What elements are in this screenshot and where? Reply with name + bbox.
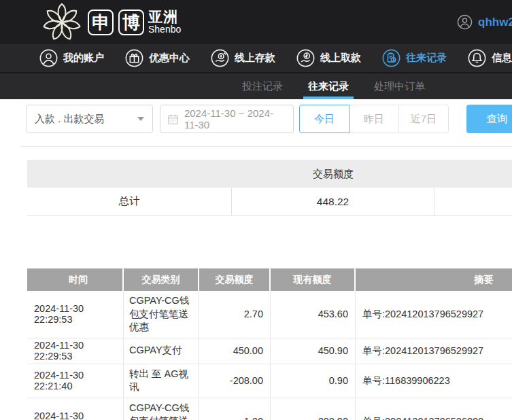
user-account-area[interactable]: qhhw2 xyxy=(457,0,512,44)
yesterday-button[interactable]: 昨日 xyxy=(349,105,399,133)
gift-icon xyxy=(125,49,143,67)
nav-label: 优惠中心 xyxy=(149,52,190,65)
transaction-type-dropdown[interactable]: 入款 . 出款交易 xyxy=(26,105,153,133)
nav-label: 我的账户 xyxy=(63,52,104,65)
nav-item-my-account[interactable]: 我的账户 xyxy=(39,49,104,67)
summary-table: 交易额度 总计 448.22 xyxy=(27,160,512,216)
user-icon xyxy=(39,49,58,67)
transactions-table: 时间 交易类别 交易额度 现有额度 摘要 2024-11-30 22:29:53… xyxy=(27,268,512,420)
filter-toolbar: 入款 . 出款交易 2024-11-30 ~ 2024-11-30 今日 昨日 … xyxy=(0,99,512,146)
quick-date-buttons: 今日 昨日 近7日 xyxy=(299,105,449,133)
table-row: 2024-11-30 22:29:53 CGPAY-CG钱包支付笔笔送优惠 2.… xyxy=(27,291,512,338)
table-header-row: 时间 交易类别 交易额度 现有额度 摘要 xyxy=(27,268,512,291)
last7days-button[interactable]: 近7日 xyxy=(398,105,449,133)
today-button[interactable]: 今日 xyxy=(299,105,349,133)
column-header-balance: 现有额度 xyxy=(271,268,356,291)
tab-pending-orders[interactable]: 处理中订单 xyxy=(374,73,425,99)
cell-amount: -208.00 xyxy=(199,364,271,398)
cell-amount: 1.20 xyxy=(199,398,271,420)
nav-item-promotions[interactable]: 优惠中心 xyxy=(125,49,190,67)
column-header-memo: 摘要 xyxy=(356,268,512,291)
nav-item-transaction-records[interactable]: 往来记录 xyxy=(382,49,447,67)
summary-table-header: 交易额度 xyxy=(27,160,512,188)
cell-time: 2024-11-30 22:21:40 xyxy=(27,364,124,398)
logo-region-text: 亚洲 xyxy=(148,10,181,24)
avatar-icon xyxy=(457,14,473,30)
summary-table-row: 总计 448.22 xyxy=(27,188,512,216)
cell-balance: 450.90 xyxy=(271,338,356,364)
cell-time: 2024-11-30 22:21:31 xyxy=(27,398,124,420)
cell-time: 2024-11-30 22:29:53 xyxy=(27,291,124,338)
bell-icon xyxy=(468,49,486,67)
logo-char-bo: 博 xyxy=(118,10,144,35)
records-icon xyxy=(382,49,400,67)
nav-item-withdraw[interactable]: 线上取款 xyxy=(296,49,361,67)
section-divider xyxy=(20,146,512,147)
cell-time: 2024-11-30 22:29:53 xyxy=(27,338,124,364)
date-range-picker[interactable]: 2024-11-30 ~ 2024-11-30 xyxy=(160,105,294,133)
nav-label: 线上取款 xyxy=(320,52,361,65)
table-row: 2024-11-30 22:29:53 CGPAY支付 450.00 450.9… xyxy=(27,338,512,364)
logo-wordmark: 亚洲 Shenbo xyxy=(148,10,181,35)
cell-balance: 453.60 xyxy=(271,291,356,338)
search-button[interactable]: 查询 xyxy=(466,105,512,133)
table-row: 2024-11-30 22:21:31 CGPAY-CG钱包支付笔笔送优惠 1.… xyxy=(27,398,512,420)
cell-memo: 单号:116839906223 xyxy=(356,364,512,398)
date-range-value: 2024-11-30 ~ 2024-11-30 xyxy=(184,107,286,130)
cell-memo: 单号:202412013796526008 xyxy=(356,398,512,420)
nav-item-deposit[interactable]: 线上存款 xyxy=(211,49,275,67)
cell-memo: 单号:202412013796529927 xyxy=(356,338,512,364)
chevron-down-icon xyxy=(137,117,144,121)
tab-betting-records[interactable]: 投注记录 xyxy=(242,73,283,99)
main-navigation: 我的账户 优惠中心 线上存款 xyxy=(0,44,512,73)
page: 申 博 亚洲 Shenbo qhhw2 我的账户 xyxy=(0,0,512,420)
flower-logo-icon xyxy=(41,1,83,43)
cell-amount: 2.70 xyxy=(199,291,271,338)
withdraw-icon xyxy=(296,49,315,67)
cell-type: CGPAY-CG钱包支付笔笔送优惠 xyxy=(124,291,199,338)
summary-amount-header: 交易额度 xyxy=(232,160,434,188)
nav-label: 往来记录 xyxy=(406,52,447,65)
cell-type: CGPAY-CG钱包支付笔笔送优惠 xyxy=(124,398,199,420)
top-header-bar: 申 博 亚洲 Shenbo qhhw2 xyxy=(0,0,512,44)
nav-item-messages[interactable]: 信息 xyxy=(468,49,512,67)
cell-amount: 450.00 xyxy=(199,338,271,364)
cell-memo: 单号:202412013796529927 xyxy=(356,291,512,338)
record-tabs-bar: 投注记录 往来记录 处理中订单 xyxy=(0,73,512,99)
nav-label: 信息 xyxy=(492,52,512,65)
cell-type: 转出 至 AG视讯 xyxy=(124,364,199,398)
cell-type: CGPAY支付 xyxy=(124,338,199,364)
summary-total-label: 总计 xyxy=(27,188,232,215)
table-row: 2024-11-30 22:21:40 转出 至 AG视讯 -208.00 0.… xyxy=(27,364,512,398)
deposit-icon xyxy=(211,49,229,67)
tab-transaction-records[interactable]: 往来记录 xyxy=(308,73,349,99)
column-header-type: 交易类别 xyxy=(124,268,199,291)
nav-label: 线上存款 xyxy=(235,52,275,65)
logo-char-shen: 申 xyxy=(88,10,114,35)
summary-empty-cell xyxy=(434,188,512,215)
username-text[interactable]: qhhw2 xyxy=(478,16,512,29)
brand-logo[interactable]: 申 博 亚洲 Shenbo xyxy=(41,1,181,43)
cell-balance: 0.90 xyxy=(271,364,356,398)
column-header-amount: 交易额度 xyxy=(199,268,271,291)
cell-balance: 208.90 xyxy=(271,398,356,420)
logo-subtitle-text: Shenbo xyxy=(148,24,181,35)
dropdown-selected-value: 入款 . 出款交易 xyxy=(35,113,105,126)
column-header-time: 时间 xyxy=(27,268,124,291)
summary-total-value: 448.22 xyxy=(232,188,434,215)
calendar-icon xyxy=(167,113,179,126)
